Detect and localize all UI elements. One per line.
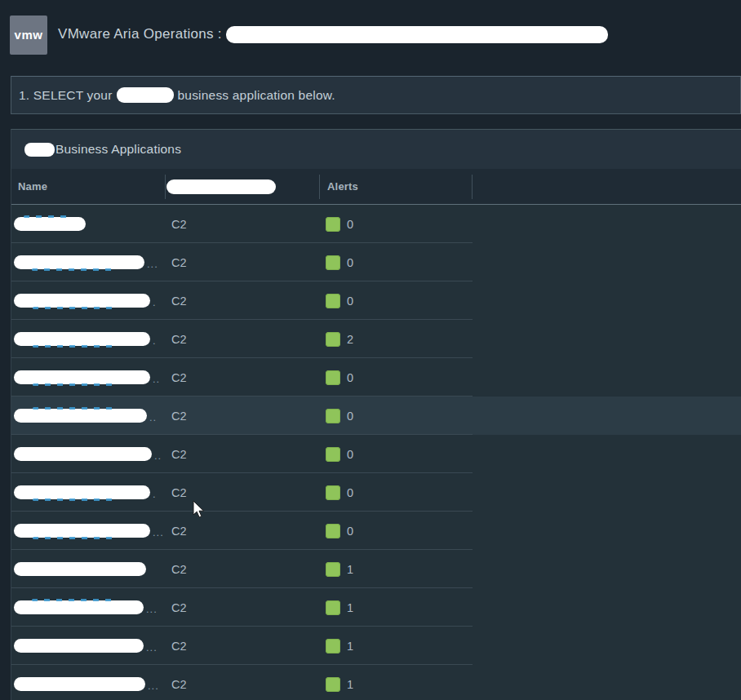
- redacted-app-name-link[interactable]: [14, 447, 152, 461]
- redacted-app-name-link[interactable]: [14, 485, 150, 499]
- redacted-app-name-link[interactable]: [14, 562, 146, 576]
- redacted-widget-title-prefix: [24, 143, 55, 157]
- redacted-app-name-link[interactable]: [14, 600, 144, 614]
- tier-value: C2: [171, 371, 187, 384]
- cell-tier: C2: [165, 588, 319, 627]
- cell-alerts: 0: [319, 512, 472, 550]
- table-header-row: Name Alerts: [11, 169, 741, 205]
- app-header: vmw VMware Aria Operations :: [0, 0, 741, 76]
- redacted-app-name-link[interactable]: [14, 332, 150, 346]
- cell-tier: C2: [165, 281, 319, 320]
- table-row[interactable]: .. C2 0: [11, 435, 741, 473]
- cell-name[interactable]: ...: [11, 512, 165, 550]
- cell-tier: C2: [165, 550, 319, 588]
- redacted-title-text: [226, 26, 608, 43]
- redacted-app-name-link[interactable]: [14, 217, 86, 231]
- redacted-app-name-link[interactable]: [14, 409, 147, 423]
- tier-value: C2: [171, 295, 187, 308]
- redacted-app-name-link[interactable]: [14, 370, 150, 384]
- column-header-alerts[interactable]: Alerts: [319, 169, 472, 204]
- cell-tier: C2: [165, 320, 319, 358]
- alert-status-badge: [326, 255, 340, 270]
- alert-status-badge: [326, 600, 340, 615]
- table-row[interactable]: . C2 2: [11, 320, 741, 358]
- tier-value: C2: [171, 640, 187, 653]
- cell-alerts: 0: [319, 243, 472, 281]
- truncation-ellipsis: ...: [153, 527, 164, 550]
- cell-name[interactable]: .: [11, 473, 165, 512]
- vmware-logo: vmw: [10, 16, 47, 55]
- alert-status-badge: [326, 217, 340, 232]
- cell-name[interactable]: [11, 205, 165, 243]
- cell-name[interactable]: [11, 550, 165, 588]
- truncation-ellipsis: ...: [146, 642, 158, 665]
- table-row[interactable]: .. C2 0: [11, 358, 741, 397]
- column-header-alerts-label: Alerts: [327, 180, 358, 193]
- alert-count: 1: [347, 640, 353, 653]
- cell-empty: [472, 435, 741, 473]
- widget-titlebar: Business Applications: [11, 130, 741, 169]
- cell-alerts: 0: [319, 358, 472, 397]
- table-row[interactable]: . C2 0: [11, 281, 741, 320]
- tier-value: C2: [171, 486, 187, 499]
- cell-name[interactable]: .: [11, 281, 165, 320]
- cell-empty: [472, 627, 741, 665]
- cell-empty: [472, 588, 741, 627]
- tier-value: C2: [171, 448, 187, 461]
- table-row[interactable]: ... C2 0: [11, 243, 741, 281]
- alert-count: 0: [347, 256, 353, 269]
- cell-name[interactable]: ...: [11, 588, 165, 627]
- cell-empty: [472, 320, 741, 358]
- column-header-name-label: Name: [18, 180, 47, 193]
- cell-tier: C2: [165, 435, 319, 473]
- redacted-app-name-link[interactable]: [14, 255, 144, 269]
- alert-count: 0: [347, 525, 353, 538]
- cell-name[interactable]: ..: [11, 435, 165, 473]
- table-row[interactable]: ... C2 1: [11, 627, 741, 665]
- tier-value: C2: [171, 563, 187, 576]
- alert-status-badge: [326, 639, 340, 653]
- table-row[interactable]: . C2 0: [11, 473, 741, 512]
- redacted-app-name-link[interactable]: [14, 639, 144, 653]
- widget-title: Business Applications: [55, 142, 181, 157]
- alert-count: 0: [347, 410, 353, 423]
- cell-empty: [472, 665, 741, 700]
- tier-value: C2: [171, 601, 187, 614]
- column-header-name[interactable]: Name: [11, 169, 165, 204]
- tier-value: C2: [171, 678, 187, 691]
- cell-name[interactable]: ..: [11, 358, 165, 397]
- redacted-app-name-link[interactable]: [14, 294, 150, 308]
- table-row[interactable]: ... C2 1: [11, 588, 741, 627]
- truncation-ellipsis: ..: [149, 412, 157, 435]
- redacted-app-name-link[interactable]: [14, 677, 145, 691]
- cell-alerts: 2: [319, 320, 472, 358]
- cell-alerts: 0: [319, 281, 472, 320]
- truncation-ellipsis: ...: [147, 259, 158, 281]
- tier-value: C2: [171, 218, 187, 231]
- cell-name[interactable]: .: [11, 320, 165, 358]
- alert-status-badge: [326, 409, 340, 423]
- table-row[interactable]: .. C2 0: [11, 397, 741, 435]
- cell-alerts: 1: [319, 665, 472, 700]
- alert-status-badge: [326, 562, 340, 577]
- alert-count: 0: [347, 448, 353, 461]
- redacted-instruction-word: [117, 87, 174, 103]
- alert-status-badge: [326, 677, 340, 692]
- tier-value: C2: [171, 333, 187, 346]
- cell-empty: [472, 243, 741, 281]
- cell-name[interactable]: ...: [11, 243, 165, 281]
- table-row[interactable]: ... C2 1: [11, 665, 741, 700]
- cell-empty: [472, 512, 741, 550]
- cell-empty: [472, 550, 741, 588]
- cell-tier: C2: [165, 512, 319, 550]
- cell-name[interactable]: ..: [11, 397, 165, 435]
- column-header-redacted[interactable]: [165, 169, 319, 204]
- redacted-app-name-link[interactable]: [14, 524, 150, 538]
- table-row[interactable]: C2 0: [11, 205, 741, 243]
- cell-empty: [472, 281, 741, 320]
- tier-value: C2: [171, 525, 187, 538]
- table-row[interactable]: C2 1: [11, 550, 741, 588]
- cell-name[interactable]: ...: [11, 627, 165, 665]
- table-row[interactable]: ... C2 0: [11, 512, 741, 550]
- cell-name[interactable]: ...: [11, 665, 165, 700]
